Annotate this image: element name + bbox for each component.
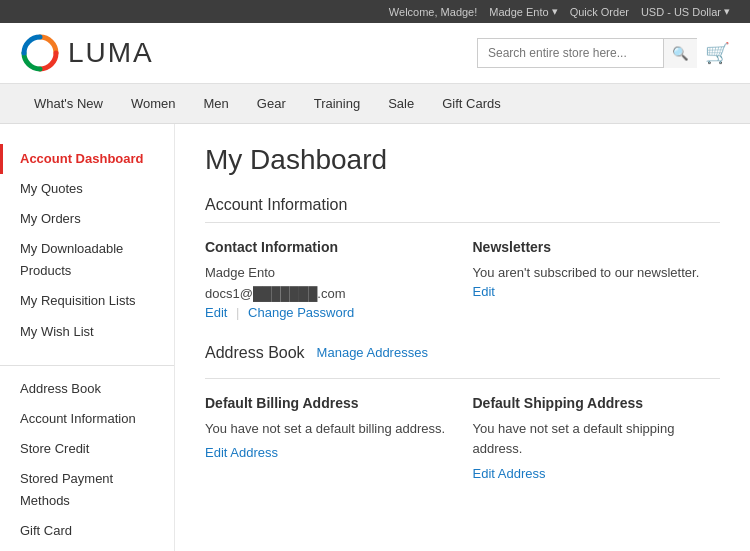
sidebar-section-2: Address Book Account Information Store C… <box>0 374 174 551</box>
page-title: My Dashboard <box>205 144 720 176</box>
sidebar-item-stored-payment-methods[interactable]: Stored Payment Methods <box>0 464 174 516</box>
sidebar: Account Dashboard My Quotes My Orders My… <box>0 124 175 551</box>
sidebar-item-account-dashboard[interactable]: Account Dashboard <box>0 144 174 174</box>
main-content: My Dashboard Account Information Contact… <box>175 124 750 551</box>
contact-edit-link[interactable]: Edit <box>205 305 227 320</box>
welcome-message: Welcome, Madge! <box>389 6 477 18</box>
nav-item-gift-cards[interactable]: Gift Cards <box>428 84 515 123</box>
nav-item-whats-new[interactable]: What's New <box>20 84 117 123</box>
sidebar-item-my-quotes[interactable]: My Quotes <box>0 174 174 204</box>
account-info-grid: Contact Information Madge Ento docs1@███… <box>205 239 720 320</box>
logo-icon <box>20 33 60 73</box>
sidebar-item-gift-card[interactable]: Gift Card <box>0 516 174 546</box>
change-password-link[interactable]: Change Password <box>248 305 354 320</box>
sidebar-divider-1 <box>0 365 174 366</box>
main-layout: Account Dashboard My Quotes My Orders My… <box>0 124 750 551</box>
logo-text: LUMA <box>68 37 154 69</box>
sidebar-item-billing-agreements[interactable]: Billing Agreements <box>0 546 174 551</box>
sidebar-item-my-requisition-lists[interactable]: My Requisition Lists <box>0 286 174 316</box>
newsletters-heading: Newsletters <box>473 239 721 255</box>
address-book-section-title: Address Book <box>205 344 305 362</box>
sidebar-item-my-downloadable-products[interactable]: My Downloadable Products <box>0 234 174 286</box>
logo-area[interactable]: LUMA <box>20 33 154 73</box>
address-book-header: Address Book Manage Addresses <box>205 344 720 362</box>
nav-item-gear[interactable]: Gear <box>243 84 300 123</box>
account-info-section-title: Account Information <box>205 196 720 223</box>
header: LUMA 🔍 🛒 <box>0 23 750 84</box>
sidebar-item-account-information[interactable]: Account Information <box>0 404 174 434</box>
manage-addresses-link[interactable]: Manage Addresses <box>317 345 428 360</box>
billing-text: You have not set a default billing addre… <box>205 419 453 440</box>
action-divider: | <box>236 305 239 320</box>
contact-name: Madge Ento <box>205 263 453 284</box>
account-dropdown[interactable]: Madge Ento ▾ <box>489 5 557 18</box>
sidebar-item-store-credit[interactable]: Store Credit <box>0 434 174 464</box>
shipping-address-block: Default Shipping Address You have not se… <box>473 395 721 482</box>
contact-email: docs1@███████.com <box>205 284 453 305</box>
shipping-heading: Default Shipping Address <box>473 395 721 411</box>
newsletters-block: Newsletters You aren't subscribed to our… <box>473 239 721 320</box>
search-area: 🔍 🛒 <box>477 38 730 68</box>
sidebar-item-my-wish-list[interactable]: My Wish List <box>0 317 174 347</box>
nav-item-men[interactable]: Men <box>190 84 243 123</box>
contact-info-heading: Contact Information <box>205 239 453 255</box>
billing-edit-link[interactable]: Edit Address <box>205 445 278 460</box>
currency-dropdown[interactable]: USD - US Dollar ▾ <box>641 5 730 18</box>
address-book-divider <box>205 378 720 379</box>
main-nav: What's New Women Men Gear Training Sale … <box>0 84 750 124</box>
contact-info-block: Contact Information Madge Ento docs1@███… <box>205 239 453 320</box>
shipping-edit-link[interactable]: Edit Address <box>473 466 546 481</box>
nav-item-sale[interactable]: Sale <box>374 84 428 123</box>
quick-order-link[interactable]: Quick Order <box>570 6 629 18</box>
nav-item-training[interactable]: Training <box>300 84 374 123</box>
cart-icon[interactable]: 🛒 <box>705 41 730 65</box>
shipping-text: You have not set a default shipping addr… <box>473 419 721 461</box>
sidebar-item-address-book[interactable]: Address Book <box>0 374 174 404</box>
sidebar-item-my-orders[interactable]: My Orders <box>0 204 174 234</box>
chevron-down-icon: ▾ <box>552 5 558 18</box>
top-bar: Welcome, Madge! Madge Ento ▾ Quick Order… <box>0 0 750 23</box>
newsletters-text: You aren't subscribed to our newsletter. <box>473 263 721 284</box>
search-wrapper: 🔍 <box>477 38 697 68</box>
newsletters-edit-link[interactable]: Edit <box>473 284 495 299</box>
contact-actions: Edit | Change Password <box>205 305 453 320</box>
nav-item-women[interactable]: Women <box>117 84 190 123</box>
billing-address-block: Default Billing Address You have not set… <box>205 395 453 482</box>
sidebar-section-1: Account Dashboard My Quotes My Orders My… <box>0 144 174 347</box>
chevron-down-icon: ▾ <box>724 5 730 18</box>
address-grid: Default Billing Address You have not set… <box>205 395 720 482</box>
search-button[interactable]: 🔍 <box>663 39 697 68</box>
billing-heading: Default Billing Address <box>205 395 453 411</box>
